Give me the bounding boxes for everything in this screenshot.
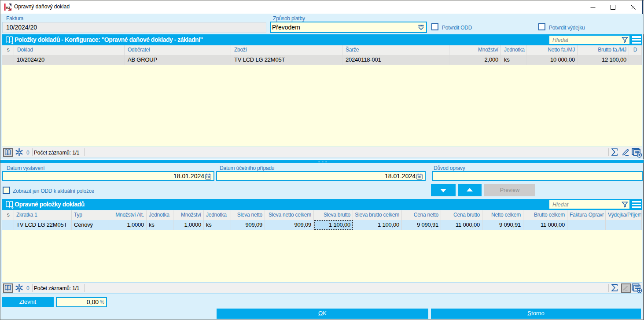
- svg-text:K2: K2: [6, 6, 10, 9]
